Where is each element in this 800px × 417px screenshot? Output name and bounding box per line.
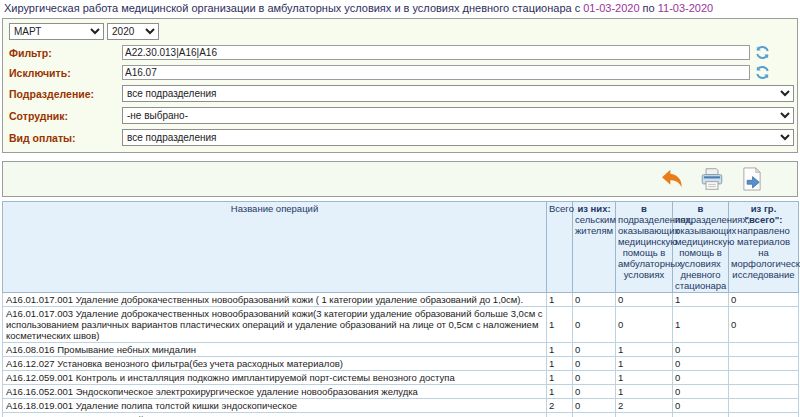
employee-select[interactable]: -не выбрано- bbox=[122, 107, 794, 124]
table-row: A16.12.059.001 Контроль и инсталляция по… bbox=[3, 371, 799, 385]
exclude-input[interactable] bbox=[122, 65, 750, 80]
value-cell bbox=[729, 357, 799, 371]
filter-panel: МАРТ 2020 Фильтр: Исключить: Подразделен… bbox=[2, 18, 798, 153]
payment-row: Вид оплаты: все подразделения bbox=[9, 129, 791, 146]
value-cell: 0 bbox=[729, 413, 799, 417]
employee-row: Сотрудник: -не выбрано- bbox=[9, 107, 791, 124]
table-row: A16.01.017.001 Удаление доброкачественны… bbox=[3, 293, 799, 307]
value-cell: 1 bbox=[673, 293, 729, 307]
value-cell: 0 bbox=[673, 385, 729, 399]
value-cell: 1 bbox=[547, 385, 573, 399]
exclude-row: Исключить: bbox=[9, 65, 791, 80]
payment-label: Вид оплаты: bbox=[9, 132, 122, 144]
refresh-icon[interactable] bbox=[755, 65, 770, 80]
value-cell: 1 bbox=[547, 343, 573, 357]
value-cell bbox=[729, 399, 799, 413]
date-from: 01-03-2020 bbox=[583, 2, 639, 14]
table-row: A16.18.019.001 Удаление полипа толстой к… bbox=[3, 399, 799, 413]
value-cell bbox=[729, 343, 799, 357]
value-cell: 0 bbox=[573, 399, 616, 413]
column-header: в подразделениях, оказывающих медицинску… bbox=[673, 202, 729, 293]
filter-input[interactable] bbox=[122, 45, 750, 60]
column-header: в подразделениях, оказывающих медицинску… bbox=[616, 202, 673, 293]
value-cell: 0 bbox=[573, 293, 616, 307]
value-cell: 0 bbox=[729, 293, 799, 307]
operation-name-cell: A16.12.059.001 Контроль и инсталляция по… bbox=[3, 371, 547, 385]
operation-name-cell: A16.20.032 Резекция молочной железы bbox=[3, 413, 547, 417]
period-row: МАРТ 2020 bbox=[9, 23, 791, 40]
table-row: A16.16.052.001 Эндоскопическое электрохи… bbox=[3, 385, 799, 399]
value-cell: 0 bbox=[573, 357, 616, 371]
exclude-label: Исключить: bbox=[9, 67, 122, 79]
value-cell: 2 bbox=[547, 399, 573, 413]
table-row: A16.01.017.003 Удаление доброкачественны… bbox=[3, 307, 799, 343]
value-cell: 0 bbox=[573, 343, 616, 357]
month-select[interactable]: МАРТ bbox=[9, 23, 104, 40]
filter-label: Фильтр: bbox=[9, 47, 122, 59]
value-cell: 1 bbox=[673, 307, 729, 343]
operation-name-cell: A16.08.016 Промывание небных миндалин bbox=[3, 343, 547, 357]
operation-name-cell: A16.18.019.001 Удаление полипа толстой к… bbox=[3, 399, 547, 413]
employee-label: Сотрудник: bbox=[9, 110, 122, 122]
table-row: A16.20.032 Резекция молочной железы10010 bbox=[3, 413, 799, 417]
payment-select[interactable]: все подразделения bbox=[122, 129, 794, 146]
value-cell bbox=[729, 371, 799, 385]
value-cell: 0 bbox=[673, 399, 729, 413]
department-row: Подразделение: все подразделения bbox=[9, 85, 791, 102]
value-cell: 1 bbox=[547, 357, 573, 371]
value-cell: 0 bbox=[729, 307, 799, 343]
date-to: 11-03-2020 bbox=[658, 2, 713, 14]
value-cell: 0 bbox=[616, 307, 673, 343]
operations-table: Название операцийВсегоиз них: сельским ж… bbox=[2, 201, 799, 417]
filter-row: Фильтр: bbox=[9, 45, 791, 60]
value-cell: 1 bbox=[547, 371, 573, 385]
date-to-word: по bbox=[643, 2, 655, 14]
value-cell: 0 bbox=[573, 385, 616, 399]
value-cell: 0 bbox=[573, 413, 616, 417]
value-cell: 1 bbox=[547, 307, 573, 343]
value-cell: 1 bbox=[616, 357, 673, 371]
column-header: из них: сельским жителям bbox=[573, 202, 616, 293]
value-cell: 0 bbox=[616, 293, 673, 307]
toolbar bbox=[2, 161, 798, 197]
value-cell: 1 bbox=[547, 413, 573, 417]
value-cell: 2 bbox=[616, 399, 673, 413]
refresh-icon[interactable] bbox=[755, 45, 770, 60]
value-cell: 0 bbox=[673, 343, 729, 357]
operation-name-cell: A16.16.052.001 Эндоскопическое электрохи… bbox=[3, 385, 547, 399]
value-cell bbox=[729, 385, 799, 399]
undo-icon[interactable] bbox=[659, 166, 685, 192]
value-cell: 1 bbox=[673, 413, 729, 417]
operations-table-header: Название операцийВсегоиз них: сельским ж… bbox=[3, 202, 799, 293]
value-cell: 0 bbox=[616, 413, 673, 417]
department-label: Подразделение: bbox=[9, 88, 122, 100]
column-header: Название операций bbox=[3, 202, 547, 293]
page-title-text: Хирургическая работа медицинской организ… bbox=[4, 2, 580, 14]
operations-table-body: A16.01.017.001 Удаление доброкачественны… bbox=[3, 293, 799, 417]
value-cell: 1 bbox=[616, 343, 673, 357]
value-cell: 1 bbox=[616, 371, 673, 385]
year-select[interactable]: 2020 bbox=[107, 23, 159, 40]
operation-name-cell: A16.01.017.001 Удаление доброкачественны… bbox=[3, 293, 547, 307]
value-cell: 1 bbox=[616, 385, 673, 399]
operation-name-cell: A16.12.027 Установка венозного фильтра(б… bbox=[3, 357, 547, 371]
table-row: A16.08.016 Промывание небных миндалин101… bbox=[3, 343, 799, 357]
value-cell: 0 bbox=[573, 371, 616, 385]
value-cell: 1 bbox=[547, 293, 573, 307]
value-cell: 0 bbox=[673, 357, 729, 371]
value-cell: 0 bbox=[573, 307, 616, 343]
page-title: Хирургическая работа медицинской организ… bbox=[0, 0, 800, 17]
operation-name-cell: A16.01.017.003 Удаление доброкачественны… bbox=[3, 307, 547, 343]
export-icon[interactable] bbox=[739, 166, 765, 192]
column-header: Всего bbox=[547, 202, 573, 293]
table-row: A16.12.027 Установка венозного фильтра(б… bbox=[3, 357, 799, 371]
value-cell: 0 bbox=[673, 371, 729, 385]
print-icon[interactable] bbox=[699, 166, 725, 192]
department-select[interactable]: все подразделения bbox=[122, 85, 794, 102]
